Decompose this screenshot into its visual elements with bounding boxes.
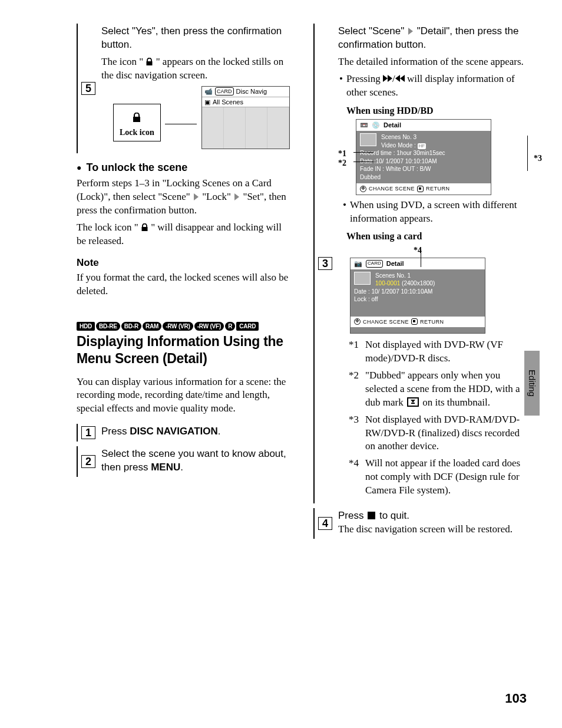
subhead-hdd-bd: When using HDD/BD	[346, 104, 527, 117]
subhead-card: When using a card	[346, 230, 527, 243]
step-5-block: 5 Select "Yes", then press the confirmat…	[77, 24, 290, 153]
lock-icon-callout: Lock icon	[113, 104, 161, 141]
svg-rect-0	[147, 61, 153, 65]
step4-instruction: Press to quit.	[338, 509, 527, 523]
cam-icon: 📹	[204, 87, 213, 96]
footnote-1: *1Not displayed with DVD-RW (VF mode)/DV…	[349, 338, 527, 365]
badge-r: R	[225, 322, 235, 331]
detail-screen-card: 📷CARD Detail Scenes No. 1 100-0001 (2400…	[350, 258, 485, 334]
nav-title: Disc Navig	[236, 87, 267, 96]
disc-navigation-preview: 📹CARD Disc Navig ▣ All Scenes	[201, 86, 290, 150]
footnotes: *1Not displayed with DVD-RW (VF mode)/DV…	[349, 338, 527, 498]
step-4-block: 4 Press to quit. The disc navigation scr…	[313, 508, 527, 539]
scene-thumbnail	[360, 133, 376, 146]
card-icon: CARD	[366, 260, 383, 268]
left-column: 5 Select "Yes", then press the confirmat…	[77, 24, 290, 543]
step1-text: Press DISC NAVIGATION.	[101, 424, 290, 442]
step-number: 2	[81, 455, 95, 468]
lock-icon	[146, 58, 153, 66]
arrow-icon	[408, 28, 413, 35]
step5-description: The icon " " appears on the locked still…	[101, 55, 290, 83]
stop-icon: ■	[411, 318, 418, 325]
step3-bullets: Pressing / will display information of o…	[338, 73, 527, 100]
note-heading: Note	[77, 256, 290, 270]
stack-icon: ▣	[204, 98, 210, 107]
note-body: If you format the card, the locked scene…	[77, 271, 290, 298]
badge-bdr: BD-R	[121, 322, 141, 331]
step5-instruction: Select "Yes", then press the confirmatio…	[101, 25, 290, 52]
lock-label: Lock icon	[120, 128, 154, 137]
page-number: 103	[505, 690, 527, 707]
media-badges: HDD BD-RE BD-R RAM -RW (VR) -RW (VF) R C…	[77, 322, 290, 331]
thumbnail-grid	[202, 107, 289, 149]
unlock-paragraph: Perform steps 1–3 in "Locking Scenes on …	[77, 177, 290, 218]
card-detail-figure: 📷CARD Detail Scenes No. 1 100-0001 (2400…	[350, 258, 527, 334]
step3-result: The detailed information of the scene ap…	[338, 55, 527, 69]
step2-text: Select the scene you want to know about,…	[101, 446, 290, 477]
scene-thumbnail	[354, 272, 371, 285]
dub-mark-icon	[407, 397, 419, 407]
manual-page: 5 Select "Yes", then press the confirmat…	[0, 0, 562, 728]
detail-screen-hdd: 📼💿 Detail Scenes No. 3 Video Mode : HF R…	[356, 119, 491, 195]
nav-subtitle: All Scenes	[213, 98, 243, 107]
step-1-block: 1 Press DISC NAVIGATION.	[77, 424, 290, 442]
rw-icon	[395, 73, 405, 84]
footnote-3: *3Not displayed with DVD-RAM/DVD-RW/DVD-…	[349, 413, 527, 454]
step-number: 1	[81, 426, 95, 439]
stop-icon	[368, 512, 375, 519]
hdd-note-item: When using DVD, a screen with different …	[350, 199, 527, 226]
svg-rect-1	[133, 117, 140, 122]
step4-body: The disc navigation screen will be resto…	[338, 523, 527, 536]
dpad-icon: ✥	[360, 186, 366, 192]
arrow-icon	[234, 193, 239, 200]
callout-line	[165, 124, 197, 124]
stop-icon: ■	[417, 186, 424, 192]
card-icon: CARD	[215, 87, 234, 95]
unlock-result: The lock icon " " will disappear and loc…	[77, 221, 290, 248]
section-intro: You can display various information for …	[77, 375, 290, 416]
hdd-detail-figure: *1 *2 *3 📼💿 Detail Scenes No. 3 Video Mo…	[356, 119, 527, 195]
chapter-tab-label: Editing	[526, 370, 538, 397]
step-number: 5	[81, 82, 95, 95]
section-title: Displaying Information Using the Menu Sc…	[77, 333, 290, 367]
disc-icon: 💿	[372, 121, 380, 130]
ff-icon	[383, 73, 392, 84]
dpad-icon: ✥	[354, 318, 361, 325]
lock-icon	[120, 113, 154, 126]
hdd-note: When using DVD, a screen with different …	[342, 199, 527, 226]
two-column-layout: 5 Select "Yes", then press the confirmat…	[77, 24, 527, 543]
arrow-icon	[194, 193, 199, 200]
step-3-block: 3 Select "Scene" "Detail", then press th…	[313, 24, 527, 503]
step-number: 3	[318, 257, 332, 270]
step-2-block: 2 Select the scene you want to know abou…	[77, 446, 290, 477]
annotation-4: *4	[409, 245, 427, 256]
step3-bullet: Pressing / will display information of o…	[346, 73, 527, 100]
step-number: 4	[318, 517, 332, 530]
badge-rwvr: -RW (VR)	[163, 322, 193, 331]
step5-figure: Lock icon 📹CARD Disc Navig ▣ All Scenes	[113, 86, 290, 151]
footnote-2: *2"Dubbed" appears only when you selecte…	[349, 369, 527, 410]
chapter-tab: Editing	[524, 351, 540, 416]
svg-rect-2	[141, 227, 147, 231]
camera-icon: 📷	[354, 259, 362, 268]
unlock-heading: To unlock the scene	[77, 160, 290, 174]
badge-hdd: HDD	[77, 322, 95, 331]
badge-card: CARD	[236, 322, 259, 331]
annotation-3: *3	[534, 153, 542, 164]
hdd-icon: 📼	[360, 121, 368, 130]
lock-icon	[141, 223, 148, 232]
footnote-4: *4Will not appear if the loaded card doe…	[349, 457, 527, 498]
annotation-2: *2	[338, 158, 346, 169]
right-column: 3 Select "Scene" "Detail", then press th…	[313, 24, 527, 543]
badge-bdre: BD-RE	[96, 322, 120, 331]
badge-ram: RAM	[143, 322, 161, 331]
step3-instruction: Select "Scene" "Detail", then press the …	[338, 25, 527, 52]
badge-rwvf: -RW (VF)	[194, 322, 224, 331]
